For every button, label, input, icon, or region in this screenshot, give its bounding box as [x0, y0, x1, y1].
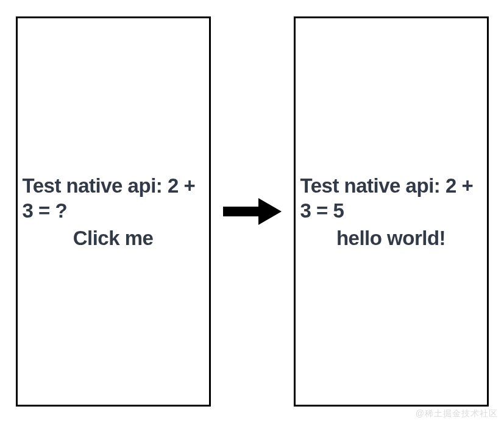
click-me-button[interactable]: Click me	[23, 227, 204, 250]
watermark-text: @稀土掘金技术社区	[416, 408, 498, 419]
phone-frame-before: Test native api: 2 + 3 = ? Click me	[16, 16, 211, 407]
phone-frame-after: Test native api: 2 + 3 = 5 hello world!	[294, 16, 489, 407]
prompt-text-before: Test native api: 2 + 3 = ?	[23, 173, 204, 224]
prompt-text-after: Test native api: 2 + 3 = 5	[300, 173, 482, 224]
svg-marker-0	[223, 198, 282, 225]
result-button[interactable]: hello world!	[300, 227, 482, 250]
arrow-icon	[223, 198, 282, 225]
